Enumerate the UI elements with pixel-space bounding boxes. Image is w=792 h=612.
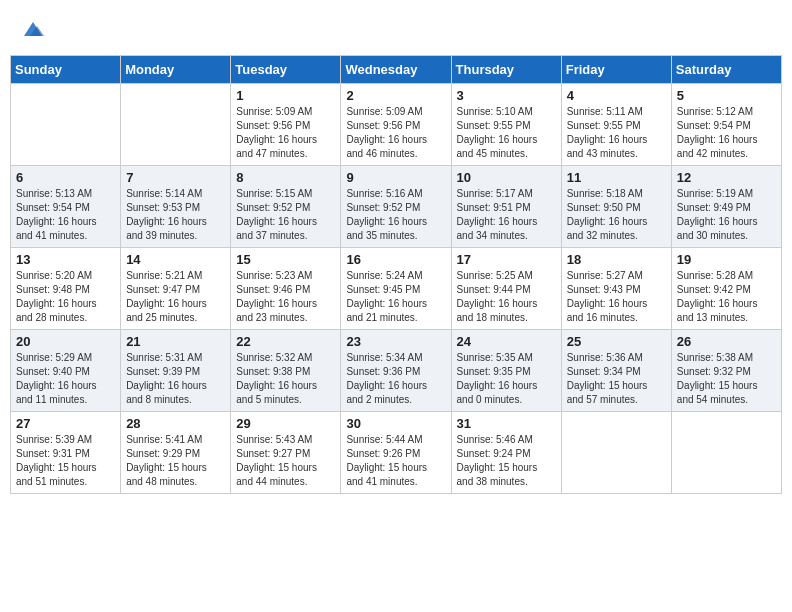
- calendar-cell: [121, 84, 231, 166]
- day-info: Sunrise: 5:44 AMSunset: 9:26 PMDaylight:…: [346, 433, 445, 489]
- calendar-cell: 21Sunrise: 5:31 AMSunset: 9:39 PMDayligh…: [121, 330, 231, 412]
- days-of-week-row: SundayMondayTuesdayWednesdayThursdayFrid…: [11, 56, 782, 84]
- day-header-saturday: Saturday: [671, 56, 781, 84]
- calendar-cell: [671, 412, 781, 494]
- calendar-cell: 9Sunrise: 5:16 AMSunset: 9:52 PMDaylight…: [341, 166, 451, 248]
- day-info: Sunrise: 5:32 AMSunset: 9:38 PMDaylight:…: [236, 351, 335, 407]
- calendar-cell: 19Sunrise: 5:28 AMSunset: 9:42 PMDayligh…: [671, 248, 781, 330]
- calendar-cell: 8Sunrise: 5:15 AMSunset: 9:52 PMDaylight…: [231, 166, 341, 248]
- day-number: 3: [457, 88, 556, 103]
- day-info: Sunrise: 5:46 AMSunset: 9:24 PMDaylight:…: [457, 433, 556, 489]
- day-info: Sunrise: 5:25 AMSunset: 9:44 PMDaylight:…: [457, 269, 556, 325]
- day-number: 19: [677, 252, 776, 267]
- week-row-2: 6Sunrise: 5:13 AMSunset: 9:54 PMDaylight…: [11, 166, 782, 248]
- calendar-cell: 23Sunrise: 5:34 AMSunset: 9:36 PMDayligh…: [341, 330, 451, 412]
- day-info: Sunrise: 5:10 AMSunset: 9:55 PMDaylight:…: [457, 105, 556, 161]
- day-info: Sunrise: 5:11 AMSunset: 9:55 PMDaylight:…: [567, 105, 666, 161]
- calendar-cell: 26Sunrise: 5:38 AMSunset: 9:32 PMDayligh…: [671, 330, 781, 412]
- calendar-cell: [11, 84, 121, 166]
- calendar-cell: 16Sunrise: 5:24 AMSunset: 9:45 PMDayligh…: [341, 248, 451, 330]
- day-number: 8: [236, 170, 335, 185]
- calendar-cell: 15Sunrise: 5:23 AMSunset: 9:46 PMDayligh…: [231, 248, 341, 330]
- day-header-tuesday: Tuesday: [231, 56, 341, 84]
- day-info: Sunrise: 5:19 AMSunset: 9:49 PMDaylight:…: [677, 187, 776, 243]
- calendar-cell: 22Sunrise: 5:32 AMSunset: 9:38 PMDayligh…: [231, 330, 341, 412]
- day-info: Sunrise: 5:23 AMSunset: 9:46 PMDaylight:…: [236, 269, 335, 325]
- day-info: Sunrise: 5:38 AMSunset: 9:32 PMDaylight:…: [677, 351, 776, 407]
- day-info: Sunrise: 5:15 AMSunset: 9:52 PMDaylight:…: [236, 187, 335, 243]
- day-number: 29: [236, 416, 335, 431]
- calendar-cell: 31Sunrise: 5:46 AMSunset: 9:24 PMDayligh…: [451, 412, 561, 494]
- day-number: 20: [16, 334, 115, 349]
- day-header-friday: Friday: [561, 56, 671, 84]
- page-header: [10, 10, 782, 49]
- calendar-cell: 27Sunrise: 5:39 AMSunset: 9:31 PMDayligh…: [11, 412, 121, 494]
- calendar-cell: 2Sunrise: 5:09 AMSunset: 9:56 PMDaylight…: [341, 84, 451, 166]
- day-number: 18: [567, 252, 666, 267]
- day-info: Sunrise: 5:21 AMSunset: 9:47 PMDaylight:…: [126, 269, 225, 325]
- week-row-5: 27Sunrise: 5:39 AMSunset: 9:31 PMDayligh…: [11, 412, 782, 494]
- day-info: Sunrise: 5:27 AMSunset: 9:43 PMDaylight:…: [567, 269, 666, 325]
- logo: [20, 18, 44, 45]
- calendar-cell: 4Sunrise: 5:11 AMSunset: 9:55 PMDaylight…: [561, 84, 671, 166]
- calendar-header: SundayMondayTuesdayWednesdayThursdayFrid…: [11, 56, 782, 84]
- day-header-thursday: Thursday: [451, 56, 561, 84]
- day-info: Sunrise: 5:09 AMSunset: 9:56 PMDaylight:…: [346, 105, 445, 161]
- day-info: Sunrise: 5:43 AMSunset: 9:27 PMDaylight:…: [236, 433, 335, 489]
- day-header-wednesday: Wednesday: [341, 56, 451, 84]
- week-row-1: 1Sunrise: 5:09 AMSunset: 9:56 PMDaylight…: [11, 84, 782, 166]
- logo-text: [20, 18, 44, 45]
- calendar-cell: 24Sunrise: 5:35 AMSunset: 9:35 PMDayligh…: [451, 330, 561, 412]
- calendar-cell: [561, 412, 671, 494]
- day-number: 5: [677, 88, 776, 103]
- day-info: Sunrise: 5:18 AMSunset: 9:50 PMDaylight:…: [567, 187, 666, 243]
- calendar-cell: 11Sunrise: 5:18 AMSunset: 9:50 PMDayligh…: [561, 166, 671, 248]
- day-info: Sunrise: 5:35 AMSunset: 9:35 PMDaylight:…: [457, 351, 556, 407]
- day-info: Sunrise: 5:17 AMSunset: 9:51 PMDaylight:…: [457, 187, 556, 243]
- day-info: Sunrise: 5:16 AMSunset: 9:52 PMDaylight:…: [346, 187, 445, 243]
- day-info: Sunrise: 5:13 AMSunset: 9:54 PMDaylight:…: [16, 187, 115, 243]
- day-info: Sunrise: 5:09 AMSunset: 9:56 PMDaylight:…: [236, 105, 335, 161]
- calendar-cell: 13Sunrise: 5:20 AMSunset: 9:48 PMDayligh…: [11, 248, 121, 330]
- day-number: 16: [346, 252, 445, 267]
- day-info: Sunrise: 5:12 AMSunset: 9:54 PMDaylight:…: [677, 105, 776, 161]
- day-number: 12: [677, 170, 776, 185]
- day-info: Sunrise: 5:24 AMSunset: 9:45 PMDaylight:…: [346, 269, 445, 325]
- day-header-sunday: Sunday: [11, 56, 121, 84]
- day-number: 4: [567, 88, 666, 103]
- day-number: 24: [457, 334, 556, 349]
- calendar-cell: 3Sunrise: 5:10 AMSunset: 9:55 PMDaylight…: [451, 84, 561, 166]
- calendar-cell: 6Sunrise: 5:13 AMSunset: 9:54 PMDaylight…: [11, 166, 121, 248]
- day-number: 6: [16, 170, 115, 185]
- day-number: 11: [567, 170, 666, 185]
- calendar-cell: 1Sunrise: 5:09 AMSunset: 9:56 PMDaylight…: [231, 84, 341, 166]
- day-number: 10: [457, 170, 556, 185]
- day-number: 13: [16, 252, 115, 267]
- day-number: 31: [457, 416, 556, 431]
- day-info: Sunrise: 5:28 AMSunset: 9:42 PMDaylight:…: [677, 269, 776, 325]
- calendar-cell: 10Sunrise: 5:17 AMSunset: 9:51 PMDayligh…: [451, 166, 561, 248]
- day-number: 21: [126, 334, 225, 349]
- day-info: Sunrise: 5:34 AMSunset: 9:36 PMDaylight:…: [346, 351, 445, 407]
- calendar-body: 1Sunrise: 5:09 AMSunset: 9:56 PMDaylight…: [11, 84, 782, 494]
- day-number: 17: [457, 252, 556, 267]
- logo-icon: [22, 18, 44, 40]
- day-info: Sunrise: 5:41 AMSunset: 9:29 PMDaylight:…: [126, 433, 225, 489]
- calendar-cell: 17Sunrise: 5:25 AMSunset: 9:44 PMDayligh…: [451, 248, 561, 330]
- calendar-cell: 18Sunrise: 5:27 AMSunset: 9:43 PMDayligh…: [561, 248, 671, 330]
- day-number: 25: [567, 334, 666, 349]
- day-info: Sunrise: 5:20 AMSunset: 9:48 PMDaylight:…: [16, 269, 115, 325]
- day-info: Sunrise: 5:29 AMSunset: 9:40 PMDaylight:…: [16, 351, 115, 407]
- calendar-cell: 25Sunrise: 5:36 AMSunset: 9:34 PMDayligh…: [561, 330, 671, 412]
- day-info: Sunrise: 5:36 AMSunset: 9:34 PMDaylight:…: [567, 351, 666, 407]
- calendar-cell: 29Sunrise: 5:43 AMSunset: 9:27 PMDayligh…: [231, 412, 341, 494]
- day-number: 7: [126, 170, 225, 185]
- calendar-cell: 20Sunrise: 5:29 AMSunset: 9:40 PMDayligh…: [11, 330, 121, 412]
- calendar-cell: 28Sunrise: 5:41 AMSunset: 9:29 PMDayligh…: [121, 412, 231, 494]
- day-info: Sunrise: 5:39 AMSunset: 9:31 PMDaylight:…: [16, 433, 115, 489]
- calendar-cell: 30Sunrise: 5:44 AMSunset: 9:26 PMDayligh…: [341, 412, 451, 494]
- week-row-4: 20Sunrise: 5:29 AMSunset: 9:40 PMDayligh…: [11, 330, 782, 412]
- day-info: Sunrise: 5:31 AMSunset: 9:39 PMDaylight:…: [126, 351, 225, 407]
- day-number: 30: [346, 416, 445, 431]
- day-info: Sunrise: 5:14 AMSunset: 9:53 PMDaylight:…: [126, 187, 225, 243]
